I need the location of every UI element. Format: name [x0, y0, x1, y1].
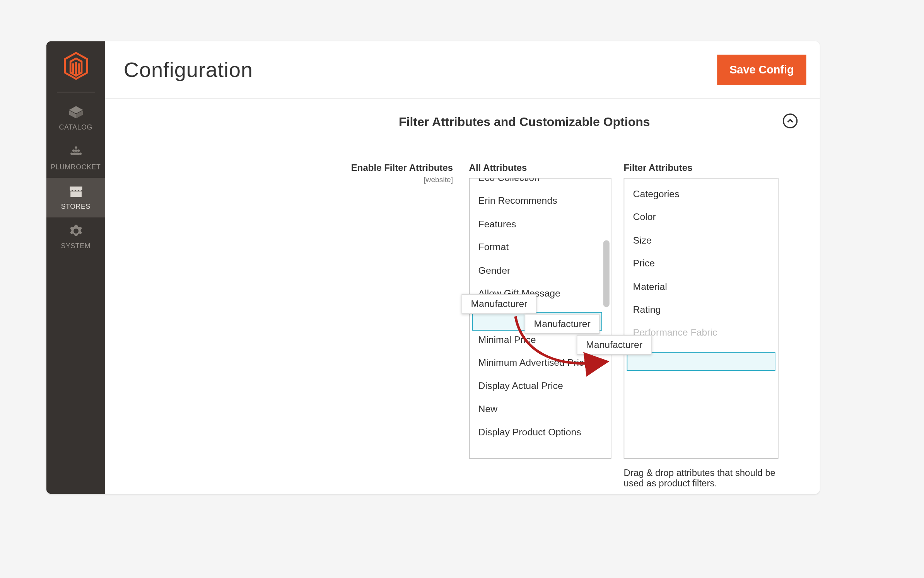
list-item[interactable]: Performance Fabric — [632, 321, 769, 344]
sidebar-item-label: CATALOG — [59, 123, 92, 131]
attributes-grid: Enable Filter Attributes [website] All A… — [320, 162, 801, 488]
gear-icon — [68, 223, 84, 238]
column-header-filter: Filter Attributes — [623, 162, 778, 173]
stores-icon — [68, 184, 84, 199]
list-item[interactable]: Gender — [477, 258, 602, 281]
page-header: Configuration Save Config — [105, 41, 820, 99]
list-item[interactable]: Allow Gift Message — [477, 281, 602, 305]
list-item[interactable]: Size — [632, 228, 769, 251]
save-config-button[interactable]: Save Config — [717, 54, 806, 84]
list-item[interactable]: Minimum Advertised Price — [477, 351, 602, 374]
svg-rect-9 — [70, 191, 81, 197]
svg-point-2 — [77, 149, 79, 152]
drop-target-highlight — [627, 352, 775, 371]
list-item[interactable]: Display Product Options — [477, 420, 602, 443]
selected-item-highlight — [472, 312, 602, 331]
helper-text: Drag & drop attributes that should be us… — [623, 467, 778, 488]
list-item[interactable]: Features — [477, 212, 602, 235]
sidebar-item-label: PLUMROCKET — [51, 163, 101, 170]
column-header-all: All Attributes — [469, 162, 611, 173]
filter-attributes-column: Filter Attributes Categories Color Size … — [623, 162, 778, 488]
scrollbar[interactable] — [603, 179, 609, 457]
sidebar-item-catalog[interactable]: CATALOG — [46, 99, 105, 138]
sidebar-item-stores[interactable]: STORES — [46, 178, 105, 217]
content-area: Configuration Save Config Filter Attribu… — [105, 41, 820, 494]
list-item[interactable]: Format — [477, 235, 602, 259]
list-item[interactable]: Rating — [632, 298, 769, 321]
list-item[interactable]: Erin Recommends — [477, 189, 602, 212]
filter-attributes-listbox[interactable]: Categories Color Size Price Material Rat… — [623, 178, 778, 459]
box-icon — [68, 105, 84, 119]
chevron-up-icon — [786, 117, 794, 124]
sidebar-item-label: SYSTEM — [61, 242, 91, 249]
list-item[interactable]: Color — [632, 205, 769, 228]
svg-point-0 — [74, 146, 77, 148]
plumrocket-icon — [68, 144, 84, 159]
scrollbar-thumb[interactable] — [603, 240, 609, 307]
sidebar-item-label: STORES — [61, 203, 90, 210]
page-title: Configuration — [123, 57, 253, 81]
list-item[interactable]: Categories — [632, 182, 769, 205]
list-item[interactable]: Price — [632, 251, 769, 275]
field-scope: [website] — [320, 175, 453, 184]
section-filter-attributes: Filter Attributes and Customizable Optio… — [105, 99, 820, 494]
sidebar-item-plumrocket[interactable]: PLUMROCKET — [46, 138, 105, 177]
section-collapse-toggle[interactable] — [782, 113, 797, 128]
list-item[interactable]: Material — [632, 275, 769, 298]
section-title: Filter Attributes and Customizable Optio… — [247, 114, 801, 129]
sidebar-divider — [56, 92, 95, 92]
config-card: CATALOG PLUMROCKET STORES SYSTEM — [46, 41, 820, 494]
svg-point-1 — [72, 149, 74, 152]
all-attributes-listbox[interactable]: Eco Collection Erin Recommends Features … — [469, 178, 611, 459]
list-item[interactable]: New — [477, 397, 602, 420]
list-item[interactable]: Display Actual Price — [477, 374, 602, 397]
field-label-block: Enable Filter Attributes [website] — [320, 162, 456, 488]
list-item[interactable]: Eco Collection — [477, 178, 602, 189]
list-item[interactable]: Minimal Price — [477, 328, 602, 351]
svg-point-7 — [79, 152, 81, 155]
magento-logo-icon — [62, 51, 89, 83]
svg-point-3 — [74, 149, 77, 152]
field-label: Enable Filter Attributes — [320, 162, 453, 173]
sidebar-item-system[interactable]: SYSTEM — [46, 217, 105, 257]
svg-point-4 — [70, 152, 72, 155]
admin-sidebar: CATALOG PLUMROCKET STORES SYSTEM — [46, 41, 105, 494]
all-attributes-column: All Attributes Eco Collection Erin Recom… — [469, 162, 611, 488]
